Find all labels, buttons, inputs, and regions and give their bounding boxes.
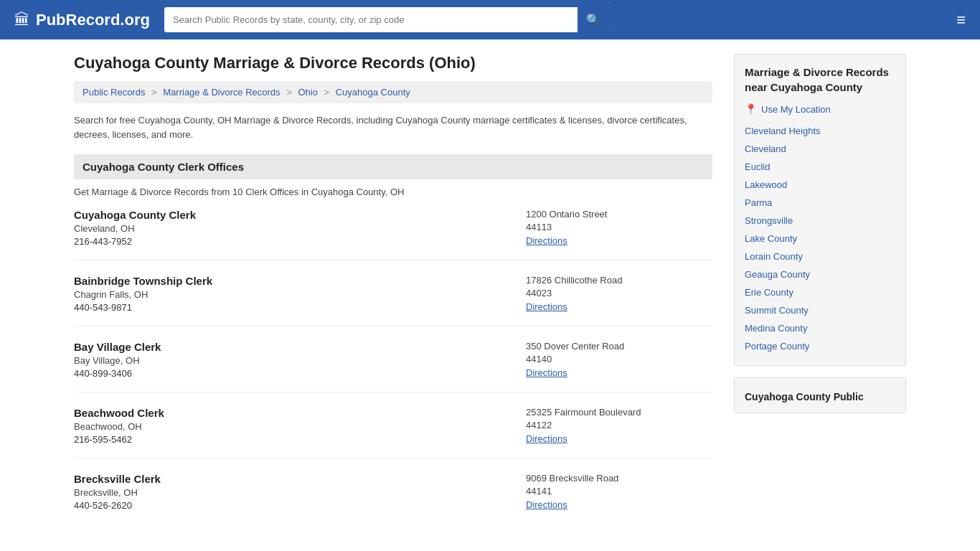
clerk-right: 25325 Fairmount Boulevard 44122 Directio… (526, 407, 712, 445)
sidebar-link-summit-county[interactable]: Summit County (745, 301, 895, 319)
sidebar: Marriage & Divorce Records near Cuyahoga… (734, 54, 906, 538)
clerk-entry: Cuyahoga County Clerk Cleveland, OH 216-… (74, 209, 712, 260)
clerk-right: 17826 Chillicothe Road 44023 Directions (526, 275, 712, 313)
sidebar-link-portage-county[interactable]: Portage County (745, 337, 895, 355)
breadcrumb-county[interactable]: Cuyahoga County (336, 87, 410, 98)
location-icon: 📍 (745, 103, 757, 115)
directions-link[interactable]: Directions (526, 433, 567, 444)
clerk-phone: 216-595-5462 (74, 434, 526, 445)
clerk-city: Chagrin Falls, OH (74, 289, 526, 300)
clerk-city: Cleveland, OH (74, 223, 526, 234)
breadcrumb-public-records[interactable]: Public Records (83, 87, 145, 98)
breadcrumb-marriage-records[interactable]: Marriage & Divorce Records (163, 87, 280, 98)
directions-link[interactable]: Directions (526, 235, 567, 246)
clerk-right: 9069 Brecksville Road 44141 Directions (526, 473, 712, 511)
sidebar-link-medina-county[interactable]: Medina County (745, 319, 895, 337)
clerk-entry: Beachwood Clerk Beachwood, OH 216-595-54… (74, 407, 712, 458)
site-header: 🏛 PubRecord.org 🔍 ≡ (0, 0, 980, 39)
clerk-name: Brecksville Clerk (74, 473, 526, 485)
clerk-city: Beachwood, OH (74, 421, 526, 432)
clerk-zip: 44113 (526, 222, 712, 232)
search-bar: 🔍 (164, 7, 609, 32)
clerk-name: Bay Village Clerk (74, 341, 526, 353)
clerk-phone: 440-899-3406 (74, 368, 526, 379)
sidebar-nearby-title: Marriage & Divorce Records near Cuyahoga… (745, 65, 895, 95)
directions-link[interactable]: Directions (526, 367, 567, 378)
section-heading: Cuyahoga County Clerk Offices (74, 154, 712, 179)
search-button[interactable]: 🔍 (578, 7, 609, 32)
clerk-city: Brecksville, OH (74, 487, 526, 498)
use-location-label: Use My Location (761, 104, 831, 115)
clerk-entry: Bay Village Clerk Bay Village, OH 440-89… (74, 341, 712, 392)
logo[interactable]: 🏛 PubRecord.org (14, 11, 150, 29)
clerk-address: 25325 Fairmount Boulevard (526, 407, 712, 418)
clerk-left: Bay Village Clerk Bay Village, OH 440-89… (74, 341, 526, 379)
sidebar-link-lorain-county[interactable]: Lorain County (745, 248, 895, 265)
sidebar-link-cleveland-heights[interactable]: Cleveland Heights (745, 122, 895, 140)
clerk-address: 1200 Ontario Street (526, 209, 712, 220)
sidebar-link-lake-county[interactable]: Lake County (745, 230, 895, 248)
clerk-right: 350 Dover Center Road 44140 Directions (526, 341, 712, 379)
clerk-left: Beachwood Clerk Beachwood, OH 216-595-54… (74, 407, 526, 445)
logo-icon: 🏛 (14, 11, 30, 29)
clerk-address: 17826 Chillicothe Road (526, 275, 712, 286)
clerk-city: Bay Village, OH (74, 355, 526, 366)
page-title: Cuyahoga County Marriage & Divorce Recor… (74, 54, 712, 72)
clerk-left: Bainbridge Township Clerk Chagrin Falls,… (74, 275, 526, 313)
directions-link[interactable]: Directions (526, 301, 567, 312)
sidebar-link-cleveland[interactable]: Cleveland (745, 140, 895, 158)
sidebar-link-parma[interactable]: Parma (745, 194, 895, 212)
clerk-zip: 44122 (526, 420, 712, 430)
page-description: Search for free Cuyahoga County, OH Marr… (74, 113, 712, 141)
breadcrumb-sep-1: > (151, 87, 157, 98)
sidebar-link-euclid[interactable]: Euclid (745, 158, 895, 176)
breadcrumb-sep-2: > (286, 87, 292, 98)
search-input[interactable] (164, 9, 578, 31)
sidebar-nearby-box: Marriage & Divorce Records near Cuyahoga… (734, 54, 906, 366)
clerk-left: Cuyahoga County Clerk Cleveland, OH 216-… (74, 209, 526, 247)
clerk-address: 9069 Brecksville Road (526, 473, 712, 484)
clerk-entry: Bainbridge Township Clerk Chagrin Falls,… (74, 275, 712, 326)
clerk-zip: 44141 (526, 486, 712, 496)
clerk-address: 350 Dover Center Road (526, 341, 712, 352)
clerk-zip: 44023 (526, 288, 712, 298)
header-right: ≡ (951, 11, 966, 29)
sidebar-bottom-box: Cuyahoga County Public (734, 377, 906, 413)
breadcrumb-sep-3: > (324, 87, 330, 98)
clerk-phone: 216-443-7952 (74, 236, 526, 247)
use-my-location-link[interactable]: 📍 Use My Location (745, 103, 895, 115)
section-subtext: Get Marriage & Divorce Records from 10 C… (74, 187, 712, 197)
sidebar-link-lakewood[interactable]: Lakewood (745, 176, 895, 194)
clerk-zip: 44140 (526, 354, 712, 364)
directions-link[interactable]: Directions (526, 499, 567, 510)
clerk-phone: 440-543-9871 (74, 302, 526, 313)
clerk-left: Brecksville Clerk Brecksville, OH 440-52… (74, 473, 526, 511)
clerk-right: 1200 Ontario Street 44113 Directions (526, 209, 712, 247)
main-container: Cuyahoga County Marriage & Divorce Recor… (60, 39, 920, 551)
clerk-name: Beachwood Clerk (74, 407, 526, 419)
breadcrumb-ohio[interactable]: Ohio (298, 87, 317, 98)
menu-button[interactable]: ≡ (956, 11, 966, 29)
breadcrumb: Public Records > Marriage & Divorce Reco… (74, 81, 712, 103)
clerk-name: Cuyahoga County Clerk (74, 209, 526, 221)
sidebar-link-strongsville[interactable]: Strongsville (745, 212, 895, 230)
sidebar-link-geauga-county[interactable]: Geauga County (745, 265, 895, 283)
clerk-phone: 440-526-2620 (74, 500, 526, 511)
site-name: PubRecord.org (36, 11, 150, 29)
clerk-name: Bainbridge Township Clerk (74, 275, 526, 287)
sidebar-bottom-title: Cuyahoga County Public (745, 391, 895, 402)
content-area: Cuyahoga County Marriage & Divorce Recor… (74, 54, 712, 538)
sidebar-link-erie-county[interactable]: Erie County (745, 283, 895, 301)
clerk-entry: Brecksville Clerk Brecksville, OH 440-52… (74, 473, 712, 524)
clerk-list: Cuyahoga County Clerk Cleveland, OH 216-… (74, 209, 712, 524)
